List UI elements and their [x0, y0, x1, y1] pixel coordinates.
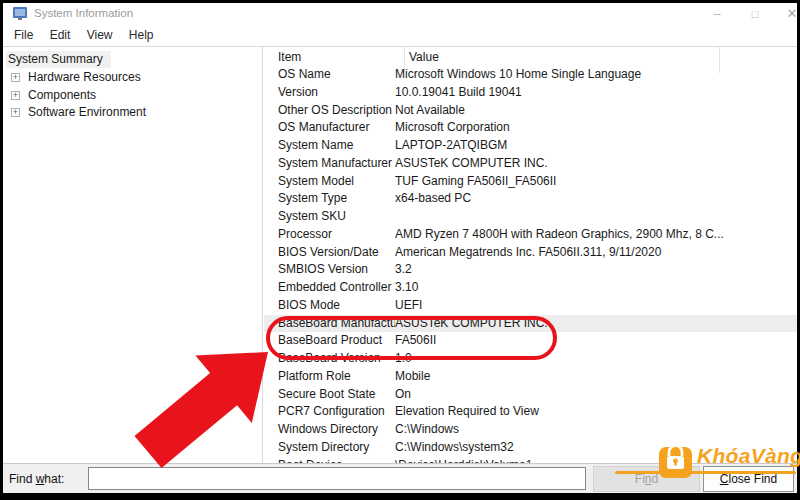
item-cell: PCR7 Configuration — [264, 403, 395, 421]
table-row[interactable]: Version10.0.19041 Build 19041 — [264, 84, 797, 102]
table-row[interactable]: ProcessorAMD Ryzen 7 4800H with Radeon G… — [264, 226, 797, 244]
value-cell: LAPTOP-2ATQIBGM — [395, 137, 797, 155]
item-cell: Embedded Controller V... — [264, 279, 395, 297]
item-cell: Other OS Description — [264, 102, 395, 120]
find-input[interactable] — [88, 467, 586, 490]
tree-item-label: Components — [28, 88, 96, 102]
item-cell: Secure Boot State — [264, 386, 395, 404]
minimize-button-icon[interactable]: – — [706, 4, 728, 24]
column-header-value[interactable]: Value — [409, 50, 439, 64]
menu-view[interactable]: View — [82, 25, 118, 46]
system-summary-list: Item Value OS NameMicrosoft Windows 10 H… — [264, 47, 797, 463]
menu-help[interactable]: Help — [124, 25, 159, 46]
table-row[interactable]: System ManufacturerASUSTeK COMPUTER INC. — [264, 155, 797, 173]
expand-plus-icon[interactable]: + — [11, 91, 20, 100]
table-row[interactable]: BIOS Version/DateAmerican Megatrends Inc… — [264, 244, 797, 262]
item-cell: SMBIOS Version — [264, 261, 395, 279]
system-information-app-icon — [13, 7, 28, 21]
tree-item-label: Software Environment — [28, 105, 146, 119]
table-row[interactable]: System Typex64-based PC — [264, 190, 797, 208]
value-cell: Mobile — [395, 368, 797, 386]
table-row[interactable]: Embedded Controller V...3.10 — [264, 279, 797, 297]
item-cell: System Directory — [264, 439, 395, 457]
maximize-button-icon[interactable]: □ — [744, 4, 766, 24]
value-cell: On — [395, 386, 797, 404]
table-row[interactable]: BIOS ModeUEFI — [264, 297, 797, 315]
table-row[interactable]: SMBIOS Version3.2 — [264, 261, 797, 279]
value-cell: 3.2 — [395, 261, 797, 279]
table-row[interactable]: Windows DirectoryC:\Windows — [264, 421, 797, 439]
menu-bar: File Edit View Help — [3, 25, 797, 46]
value-cell: Elevation Required to View — [395, 403, 797, 421]
close-find-button[interactable]: Close Find — [703, 466, 794, 492]
value-cell: Microsoft Windows 10 Home Single Languag… — [395, 66, 797, 84]
item-cell: BIOS Version/Date — [264, 244, 395, 262]
value-cell: ASUSTeK COMPUTER INC. — [395, 155, 797, 173]
item-cell: Version — [264, 84, 395, 102]
item-cell: System Model — [264, 173, 395, 191]
item-cell: System Name — [264, 137, 395, 155]
tree-item-software-environment[interactable]: + Software Environment — [11, 104, 262, 122]
table-row[interactable]: System ModelTUF Gaming FA506II_FA506II — [264, 173, 797, 191]
item-cell: BIOS Mode — [264, 297, 395, 315]
watermark-underline — [615, 471, 796, 474]
system-info-rows: OS NameMicrosoft Windows 10 Home Single … — [264, 66, 797, 463]
column-header-item[interactable]: Item — [278, 50, 301, 64]
table-row[interactable]: OS ManufacturerMicrosoft Corporation — [264, 119, 797, 137]
table-row[interactable]: PCR7 ConfigurationElevation Required to … — [264, 403, 797, 421]
khoavang-watermark: KhóaVàng.vn — [697, 444, 800, 468]
item-cell: Windows Directory — [264, 421, 395, 439]
value-cell: UEFI — [395, 297, 797, 315]
value-cell: Not Available — [395, 102, 797, 120]
item-cell: System SKU — [264, 208, 395, 226]
value-cell — [395, 208, 797, 226]
close-button-icon[interactable]: ✕ — [781, 4, 800, 24]
item-cell: System Manufacturer — [264, 155, 395, 173]
menu-file[interactable]: File — [9, 25, 38, 46]
category-tree: System Summary + Hardware Resources + Co… — [3, 47, 263, 463]
table-row[interactable]: Other OS DescriptionNot Available — [264, 102, 797, 120]
value-cell: 3.10 — [395, 279, 797, 297]
table-row[interactable]: OS NameMicrosoft Windows 10 Home Single … — [264, 66, 797, 84]
tree-item-system-summary[interactable]: System Summary — [6, 51, 111, 68]
value-cell: x64-based PC — [395, 190, 797, 208]
title-bar: System Information – □ ✕ — [3, 3, 797, 25]
menu-edit[interactable]: Edit — [45, 25, 76, 46]
value-cell: C:\Windows — [395, 421, 797, 439]
window-title: System Information — [34, 7, 133, 19]
tree-item-components[interactable]: + Components — [11, 87, 262, 105]
tree-item-hardware-resources[interactable]: + Hardware Resources — [11, 69, 262, 87]
system-information-window: System Information – □ ✕ File Edit View … — [3, 3, 797, 493]
tree-item-label: Hardware Resources — [28, 70, 141, 84]
expand-plus-icon[interactable]: + — [11, 108, 20, 117]
content-area: System Summary + Hardware Resources + Co… — [3, 46, 797, 463]
expand-plus-icon[interactable]: + — [11, 73, 20, 82]
value-cell: Microsoft Corporation — [395, 119, 797, 137]
table-row[interactable]: System SKU — [264, 208, 797, 226]
value-cell: TUF Gaming FA506II_FA506II — [395, 173, 797, 191]
value-cell: American Megatrends Inc. FA506II.311, 9/… — [395, 244, 797, 262]
item-cell: Processor — [264, 226, 395, 244]
find-what-label: Find what: — [9, 472, 64, 486]
table-row[interactable]: Secure Boot StateOn — [264, 386, 797, 404]
item-cell: System Type — [264, 190, 395, 208]
item-cell: Platform Role — [264, 368, 395, 386]
list-header: Item Value — [264, 47, 797, 66]
item-cell: OS Name — [264, 66, 395, 84]
table-row[interactable]: Platform RoleMobile — [264, 368, 797, 386]
item-cell: OS Manufacturer — [264, 119, 395, 137]
annotation-highlight-oval — [266, 316, 557, 360]
value-cell: 10.0.19041 Build 19041 — [395, 84, 797, 102]
table-row[interactable]: System NameLAPTOP-2ATQIBGM — [264, 137, 797, 155]
value-cell: AMD Ryzen 7 4800H with Radeon Graphics, … — [395, 226, 797, 244]
